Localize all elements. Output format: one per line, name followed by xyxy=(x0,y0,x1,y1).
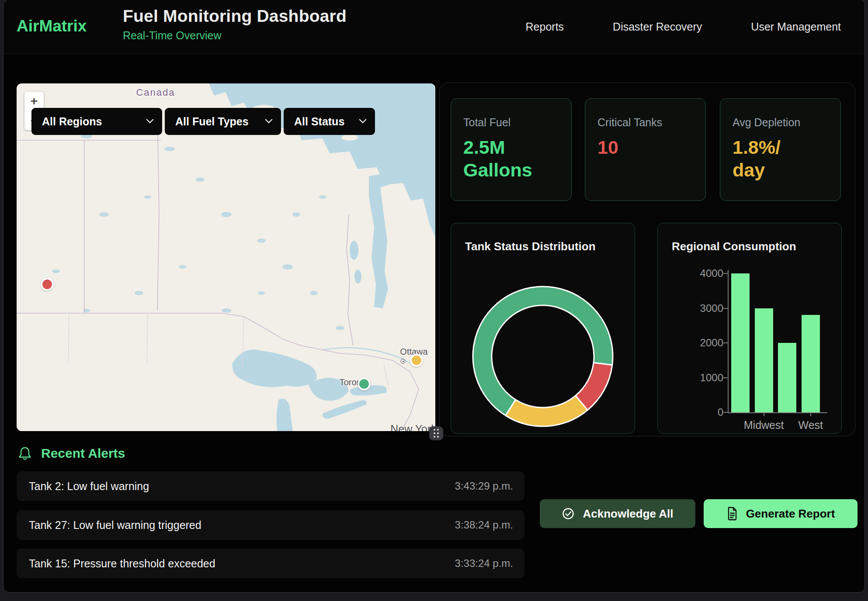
tank-status-chart-card: Tank Status Distribution xyxy=(451,223,635,434)
region-filter-select[interactable]: All Regions xyxy=(31,108,162,135)
dashboard-root: AirMatrix Fuel Monitoring Dashboard Real… xyxy=(3,0,865,593)
resize-handle[interactable] xyxy=(429,426,443,440)
status-filter-value: All Status xyxy=(294,115,344,128)
alert-text: Tank 27: Low fuel warning triggered xyxy=(29,519,201,532)
stat-label: Avg Depletion xyxy=(733,116,828,129)
chart-title: Tank Status Distribution xyxy=(465,240,596,253)
alert-time: 3:33:24 p.m. xyxy=(455,557,513,570)
alert-time: 3:43:29 p.m. xyxy=(455,480,513,492)
bell-icon xyxy=(17,446,32,461)
map-canvas xyxy=(17,83,435,431)
chevron-down-icon xyxy=(146,116,154,123)
chevron-down-icon xyxy=(359,116,367,123)
alert-row[interactable]: Tank 27: Low fuel warning triggered 3:38… xyxy=(17,510,524,540)
nav-disaster-recovery[interactable]: Disaster Recovery xyxy=(613,21,702,33)
regional-consumption-chart-card: Regional Consumption 01000200030004000Mi… xyxy=(657,223,842,434)
alerts-header: Recent Alerts xyxy=(17,446,125,461)
stat-label: Critical Tanks xyxy=(597,116,693,129)
tank-marker-warning[interactable] xyxy=(410,354,423,367)
ottawa-town-dot xyxy=(401,359,406,364)
map-panel[interactable]: + − All Regions All Fuel Types All Statu… xyxy=(17,83,435,431)
alerts-title: Recent Alerts xyxy=(41,446,125,461)
alert-row[interactable]: Tank 15: Pressure threshold exceeded 3:3… xyxy=(17,549,524,578)
main-nav: Reports Disaster Recovery User Managemen… xyxy=(526,0,841,54)
alert-row[interactable]: Tank 2: Low fuel warning 3:43:29 p.m. xyxy=(17,471,524,501)
fuel-type-filter-value: All Fuel Types xyxy=(175,115,249,128)
stat-label: Total Fuel xyxy=(463,116,559,129)
tank-status-donut-chart xyxy=(470,283,616,429)
document-icon xyxy=(726,507,738,521)
nav-user-management[interactable]: User Management xyxy=(751,21,841,33)
region-filter-value: All Regions xyxy=(42,115,102,128)
generate-report-label: Generate Report xyxy=(746,507,835,521)
regional-consumption-bar-chart: 01000200030004000MidwestWest xyxy=(658,223,841,433)
title-block: Fuel Monitoring Dashboard Real-Time Over… xyxy=(123,7,347,42)
stat-card-total-fuel: Total Fuel 2.5MGallons xyxy=(451,98,572,201)
tank-marker-critical[interactable] xyxy=(41,278,54,291)
header: AirMatrix Fuel Monitoring Dashboard Real… xyxy=(3,0,865,54)
stat-card-avg-depletion: Avg Depletion 1.8%/day xyxy=(720,98,841,201)
acknowledge-all-label: Acknowledge All xyxy=(583,507,673,521)
brand-logo: AirMatrix xyxy=(17,17,87,35)
nav-reports[interactable]: Reports xyxy=(526,21,564,33)
stat-value: 1.8%/day xyxy=(733,136,828,182)
check-circle-icon xyxy=(562,507,575,520)
stat-value: 10 xyxy=(597,136,693,159)
tank-marker-normal[interactable] xyxy=(358,377,371,390)
chevron-down-icon xyxy=(265,116,273,123)
page-subtitle: Real-Time Overview xyxy=(123,29,347,42)
generate-report-button[interactable]: Generate Report xyxy=(704,499,858,528)
map-label-canada: Canada xyxy=(136,87,175,98)
alert-text: Tank 15: Pressure threshold exceeded xyxy=(29,557,215,570)
acknowledge-all-button[interactable]: Acknowledge All xyxy=(540,499,695,528)
alert-time: 3:38:24 p.m. xyxy=(455,519,513,531)
status-filter-select[interactable]: All Status xyxy=(284,108,375,135)
map-filters: All Regions All Fuel Types All Status xyxy=(31,108,375,135)
stat-value: 2.5MGallons xyxy=(463,136,559,182)
fuel-type-filter-select[interactable]: All Fuel Types xyxy=(165,108,281,135)
stat-card-critical-tanks: Critical Tanks 10 xyxy=(585,98,706,201)
alert-text: Tank 2: Low fuel warning xyxy=(29,480,149,493)
metrics-panel: Total Fuel 2.5MGallons Critical Tanks 10… xyxy=(439,83,855,436)
map-label-newyork: New York xyxy=(390,423,435,432)
page-title: Fuel Monitoring Dashboard xyxy=(123,7,347,26)
